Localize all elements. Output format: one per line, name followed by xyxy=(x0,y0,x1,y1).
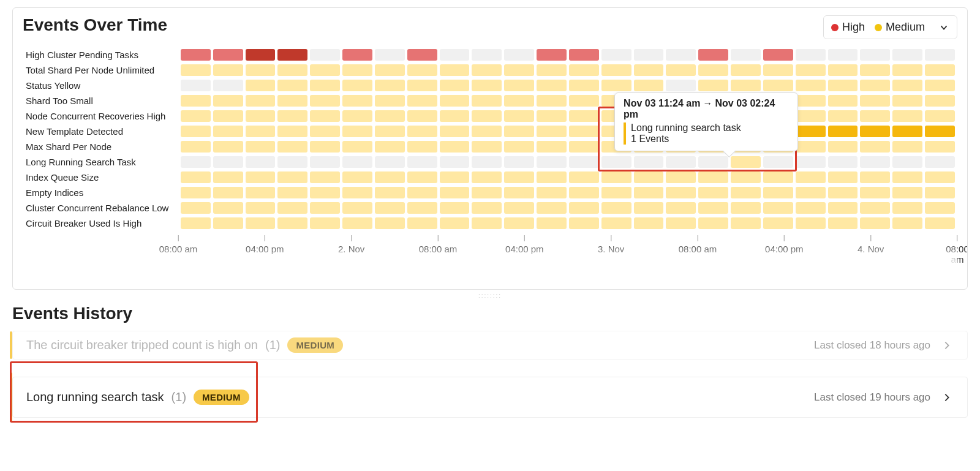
heatmap-cell[interactable] xyxy=(666,49,696,61)
heatmap-cell[interactable] xyxy=(569,80,599,91)
heatmap-cell[interactable] xyxy=(342,171,372,183)
heatmap-cell[interactable] xyxy=(246,126,276,137)
heatmap-cell[interactable] xyxy=(569,110,599,122)
heatmap-cell[interactable] xyxy=(181,95,211,107)
heatmap-cell[interactable] xyxy=(181,187,211,198)
heatmap-cell[interactable] xyxy=(537,95,567,107)
heatmap-cell[interactable] xyxy=(860,49,890,61)
heatmap-cell[interactable] xyxy=(731,202,761,214)
heatmap-cell[interactable] xyxy=(472,64,502,76)
heatmap-cell[interactable] xyxy=(763,49,793,61)
heatmap-cell[interactable] xyxy=(310,202,340,214)
heatmap-cell[interactable] xyxy=(601,217,631,229)
heatmap-cell[interactable] xyxy=(601,171,631,183)
heatmap-cell[interactable] xyxy=(375,110,405,122)
heatmap-cell[interactable] xyxy=(569,141,599,153)
heatmap-cell[interactable] xyxy=(925,110,955,122)
history-row-long-search[interactable]: Long running search task (1) MEDIUM Last… xyxy=(12,377,968,418)
heatmap-cell[interactable] xyxy=(634,202,664,214)
heatmap-cell[interactable] xyxy=(537,141,567,153)
heatmap-cell[interactable] xyxy=(407,156,437,168)
heatmap-cell[interactable] xyxy=(925,95,955,107)
heatmap-cell[interactable] xyxy=(537,49,567,61)
heatmap-cell[interactable] xyxy=(763,171,793,183)
heatmap-cell[interactable] xyxy=(666,217,696,229)
heatmap-cell[interactable] xyxy=(440,49,470,61)
heatmap-cell[interactable] xyxy=(342,156,372,168)
heatmap-cell[interactable] xyxy=(310,171,340,183)
heatmap-cell[interactable] xyxy=(892,49,922,61)
heatmap-cell[interactable] xyxy=(472,80,502,91)
heatmap-cell[interactable] xyxy=(828,95,858,107)
heatmap-cell[interactable] xyxy=(504,171,534,183)
heatmap-cell[interactable] xyxy=(796,64,826,76)
heatmap-cell[interactable] xyxy=(537,156,567,168)
heatmap-cell[interactable] xyxy=(504,156,534,168)
heatmap-cell[interactable] xyxy=(181,80,211,91)
heatmap-cell[interactable] xyxy=(925,202,955,214)
heatmap-cell[interactable] xyxy=(342,64,372,76)
heatmap-cell[interactable] xyxy=(375,217,405,229)
heatmap-cell[interactable] xyxy=(860,126,890,137)
heatmap-cell[interactable] xyxy=(504,187,534,198)
heatmap-cell[interactable] xyxy=(246,110,276,122)
heatmap-cell[interactable] xyxy=(925,141,955,153)
heatmap-cell[interactable] xyxy=(277,156,307,168)
heatmap-cell[interactable] xyxy=(181,156,211,168)
heatmap-cell[interactable] xyxy=(860,171,890,183)
heatmap-cell[interactable] xyxy=(375,49,405,61)
heatmap-cell[interactable] xyxy=(213,110,243,122)
heatmap-cell[interactable] xyxy=(407,64,437,76)
heatmap-cell[interactable] xyxy=(601,64,631,76)
heatmap-cell[interactable] xyxy=(181,141,211,153)
heatmap-cell[interactable] xyxy=(537,126,567,137)
heatmap-cell[interactable] xyxy=(472,202,502,214)
heatmap-cell[interactable] xyxy=(763,156,793,168)
heatmap-cell[interactable] xyxy=(407,171,437,183)
heatmap-cell[interactable] xyxy=(407,110,437,122)
heatmap-cell[interactable] xyxy=(796,95,826,107)
heatmap-cell[interactable] xyxy=(246,49,276,61)
heatmap-cell[interactable] xyxy=(569,49,599,61)
heatmap-cell[interactable] xyxy=(698,156,728,168)
heatmap-cell[interactable] xyxy=(860,110,890,122)
heatmap-cell[interactable] xyxy=(892,80,922,91)
heatmap-cell[interactable] xyxy=(407,126,437,137)
heatmap-cell[interactable] xyxy=(601,49,631,61)
heatmap-cell[interactable] xyxy=(213,187,243,198)
heatmap-cell[interactable] xyxy=(342,141,372,153)
heatmap-cell[interactable] xyxy=(828,187,858,198)
heatmap-cell[interactable] xyxy=(504,202,534,214)
heatmap-cell[interactable] xyxy=(310,156,340,168)
heatmap-cell[interactable] xyxy=(181,64,211,76)
heatmap-cell[interactable] xyxy=(601,80,631,91)
heatmap-cell[interactable] xyxy=(537,110,567,122)
heatmap-cell[interactable] xyxy=(213,202,243,214)
heatmap-cell[interactable] xyxy=(731,49,761,61)
heatmap-cell[interactable] xyxy=(537,171,567,183)
heatmap-cell[interactable] xyxy=(763,217,793,229)
heatmap-cell[interactable] xyxy=(569,156,599,168)
heatmap-cell[interactable] xyxy=(472,49,502,61)
heatmap-cell[interactable] xyxy=(698,64,728,76)
heatmap-cell[interactable] xyxy=(796,202,826,214)
history-row-circuit-breaker[interactable]: The circuit breaker tripped count is hig… xyxy=(12,331,968,360)
heatmap-cell[interactable] xyxy=(277,171,307,183)
heatmap-cell[interactable] xyxy=(634,156,664,168)
heatmap-cell[interactable] xyxy=(375,95,405,107)
heatmap-cell[interactable] xyxy=(310,49,340,61)
heatmap-cell[interactable] xyxy=(181,49,211,61)
heatmap-cell[interactable] xyxy=(698,80,728,91)
heatmap-cell[interactable] xyxy=(569,217,599,229)
heatmap-chart[interactable]: High Cluster Pending TasksTotal Shard Pe… xyxy=(23,45,957,284)
heatmap-cell[interactable] xyxy=(213,156,243,168)
heatmap-cell[interactable] xyxy=(277,126,307,137)
heatmap-cell[interactable] xyxy=(925,126,955,137)
heatmap-cell[interactable] xyxy=(828,202,858,214)
heatmap-cell[interactable] xyxy=(440,141,470,153)
heatmap-cell[interactable] xyxy=(731,217,761,229)
heatmap-cell[interactable] xyxy=(440,95,470,107)
heatmap-cell[interactable] xyxy=(310,126,340,137)
heatmap-cell[interactable] xyxy=(828,64,858,76)
heatmap-cell[interactable] xyxy=(796,156,826,168)
